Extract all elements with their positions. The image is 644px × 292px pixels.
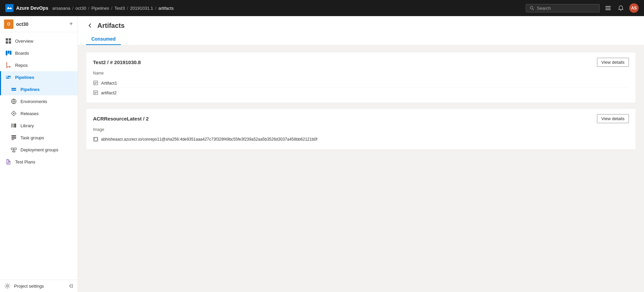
main-container: O oct30 + Overview bbox=[0, 16, 644, 292]
project-settings-left: Project settings bbox=[4, 283, 44, 289]
svg-line-2 bbox=[533, 9, 534, 10]
card-title-1: Test2 / # 20191030.8 bbox=[93, 59, 141, 65]
svg-rect-25 bbox=[11, 124, 12, 128]
logo-text: Azure DevOps bbox=[16, 5, 48, 11]
sidebar-item-boards-label: Boards bbox=[15, 51, 74, 56]
page-title-row: Artifacts bbox=[86, 21, 636, 30]
breadcrumb-sep-2: / bbox=[88, 6, 90, 11]
svg-rect-4 bbox=[605, 8, 611, 8]
breadcrumb-sep-4: / bbox=[127, 6, 128, 11]
project-name: oct30 bbox=[16, 21, 66, 27]
breadcrumb-pipelines[interactable]: Pipelines bbox=[91, 6, 109, 11]
sidebar-item-pipelines-label: Pipelines bbox=[15, 75, 74, 80]
sidebar-item-test-plans[interactable]: Test Plans bbox=[0, 156, 78, 168]
svg-point-35 bbox=[6, 285, 8, 287]
sidebar-item-boards[interactable]: Boards bbox=[0, 47, 78, 59]
notifications-icon[interactable] bbox=[616, 4, 625, 12]
content-body: Test2 / # 20191030.8 View details Name A… bbox=[78, 45, 644, 156]
sidebar-item-pipelines-sub-label: Pipelines bbox=[20, 87, 74, 92]
svg-rect-7 bbox=[9, 38, 11, 41]
sidebar-item-overview[interactable]: Overview bbox=[0, 35, 78, 47]
sidebar-item-library-label: Library bbox=[20, 123, 74, 128]
sidebar-item-pipelines-sub[interactable]: Pipelines bbox=[0, 83, 78, 95]
sidebar-item-repos[interactable]: Repos bbox=[0, 59, 78, 71]
svg-point-19 bbox=[9, 78, 10, 79]
svg-rect-28 bbox=[11, 135, 16, 137]
view-details-button-1[interactable]: View details bbox=[597, 58, 629, 67]
svg-rect-8 bbox=[6, 41, 8, 44]
svg-rect-10 bbox=[6, 51, 7, 55]
card-header-2: ACRResourceLatest / 2 View details bbox=[93, 114, 629, 123]
task-groups-icon bbox=[10, 134, 17, 141]
artifact-item-1-1: Artifact1 bbox=[93, 78, 629, 88]
sidebar-item-environments[interactable]: Environments bbox=[0, 95, 78, 107]
back-button[interactable] bbox=[86, 21, 94, 30]
artifact-file-icon-1 bbox=[93, 80, 98, 86]
sidebar-item-deployment-groups-label: Deployment groups bbox=[20, 147, 74, 152]
avatar[interactable]: AS bbox=[629, 3, 639, 13]
search-box[interactable]: Search bbox=[526, 4, 600, 12]
deployment-groups-icon bbox=[10, 146, 17, 153]
releases-icon bbox=[10, 110, 17, 117]
sidebar-item-task-groups[interactable]: Task groups bbox=[0, 132, 78, 144]
svg-point-24 bbox=[13, 113, 14, 114]
breadcrumb-test3[interactable]: Test3 bbox=[114, 6, 125, 11]
svg-rect-29 bbox=[11, 137, 16, 139]
boards-icon bbox=[5, 50, 12, 56]
pipelines-icon bbox=[5, 74, 12, 81]
image-icon-1 bbox=[93, 137, 98, 142]
artifact-name-1-2: artifact2 bbox=[101, 90, 117, 95]
collapse-sidebar-button[interactable] bbox=[67, 283, 74, 289]
artifact-item-1-2: artifact2 bbox=[93, 88, 629, 97]
sidebar-item-library[interactable]: Library bbox=[0, 119, 78, 132]
breadcrumb-sep-5: / bbox=[155, 6, 156, 11]
breadcrumb-build[interactable]: 20191031.1 bbox=[130, 6, 153, 11]
sidebar-footer[interactable]: Project settings bbox=[0, 280, 78, 292]
breadcrumb-oct30[interactable]: oct30 bbox=[76, 6, 86, 11]
tabs: Consumed bbox=[86, 34, 636, 45]
svg-rect-6 bbox=[6, 38, 8, 41]
project-settings-label: Project settings bbox=[14, 284, 44, 289]
svg-rect-11 bbox=[8, 51, 9, 54]
overview-icon bbox=[5, 38, 12, 44]
card-header-1: Test2 / # 20191030.8 View details bbox=[93, 58, 629, 67]
artifact-item-2-1: abhisheaacr.azurecr.io/conrepo11@sha256:… bbox=[93, 135, 629, 144]
svg-line-47 bbox=[94, 137, 95, 139]
svg-rect-5 bbox=[605, 9, 611, 10]
svg-point-14 bbox=[6, 67, 7, 68]
tab-consumed[interactable]: Consumed bbox=[86, 34, 121, 45]
search-placeholder: Search bbox=[537, 6, 551, 11]
main-content: Artifacts Consumed Test2 / # 20191030.8 … bbox=[78, 16, 644, 292]
repos-icon bbox=[5, 62, 12, 68]
svg-point-18 bbox=[7, 76, 8, 77]
col-header-2: Image bbox=[93, 127, 629, 132]
svg-rect-32 bbox=[14, 148, 16, 150]
page-title: Artifacts bbox=[97, 22, 125, 30]
card-title-2: ACRResourceLatest / 2 bbox=[93, 116, 149, 121]
svg-rect-27 bbox=[14, 124, 16, 128]
artifact-name-2-1: abhisheaacr.azurecr.io/conrepo11@sha256:… bbox=[101, 137, 317, 142]
list-icon[interactable] bbox=[604, 4, 612, 12]
breadcrumb-current: artifacts bbox=[158, 6, 174, 11]
azure-devops-logo[interactable]: Azure DevOps bbox=[5, 4, 48, 12]
pipelines-sub-icon bbox=[10, 86, 17, 93]
svg-rect-26 bbox=[13, 124, 13, 128]
sidebar-item-deployment-groups[interactable]: Deployment groups bbox=[0, 144, 78, 156]
environments-icon bbox=[10, 98, 17, 105]
svg-rect-31 bbox=[11, 148, 13, 150]
view-details-button-2[interactable]: View details bbox=[597, 114, 629, 123]
sidebar-item-releases[interactable]: Releases bbox=[0, 107, 78, 119]
svg-rect-21 bbox=[11, 90, 16, 91]
library-icon bbox=[10, 122, 17, 129]
artifact-name-1-1: Artifact1 bbox=[101, 81, 117, 86]
top-navigation: Azure DevOps arsasana / oct30 / Pipeline… bbox=[0, 0, 644, 16]
svg-point-13 bbox=[6, 62, 7, 63]
breadcrumb-arsasana[interactable]: arsasana bbox=[52, 6, 70, 11]
add-project-button[interactable]: + bbox=[68, 20, 74, 28]
col-header-1: Name bbox=[93, 71, 629, 76]
sidebar-item-environments-label: Environments bbox=[20, 99, 74, 104]
sidebar-nav: Overview Boards bbox=[0, 32, 78, 280]
sidebar-item-overview-label: Overview bbox=[15, 39, 74, 44]
sidebar-item-pipelines[interactable]: Pipelines bbox=[0, 71, 78, 83]
project-settings-icon bbox=[4, 283, 11, 289]
